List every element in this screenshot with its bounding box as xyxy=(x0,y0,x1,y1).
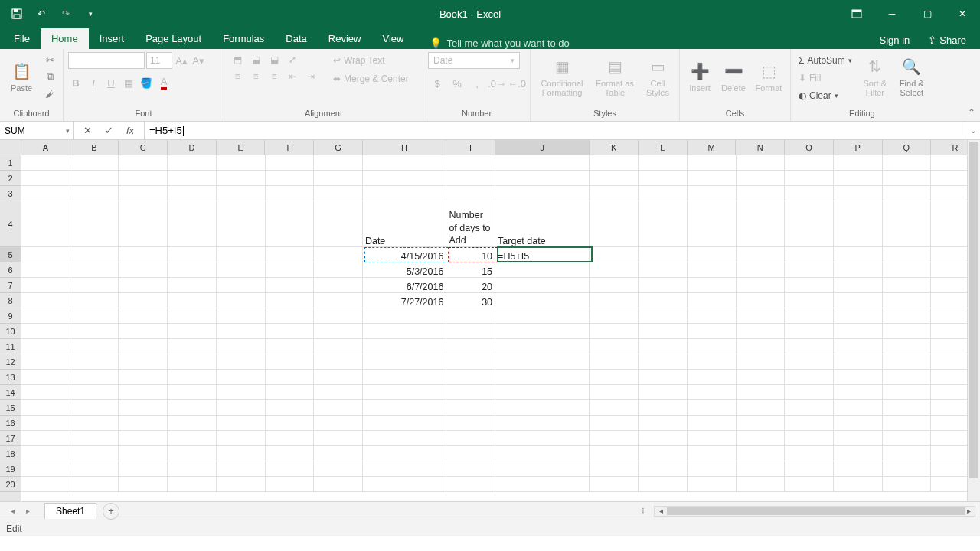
close-button[interactable]: ✕ xyxy=(945,0,980,28)
cell-J7[interactable] xyxy=(495,278,590,293)
col-header[interactable]: A xyxy=(21,140,70,155)
horizontal-scrollbar[interactable]: ◂ ▸ xyxy=(654,506,975,517)
increase-indent-button[interactable]: ⇥ xyxy=(302,69,319,84)
font-name-input[interactable] xyxy=(68,52,145,69)
col-header[interactable]: D xyxy=(168,140,217,155)
sheet-tab[interactable]: Sheet1 xyxy=(44,503,96,519)
cell-H7[interactable]: 6/7/2016 xyxy=(363,278,446,293)
maximize-button[interactable]: ▢ xyxy=(910,0,945,28)
row-header[interactable]: 8 xyxy=(0,293,21,308)
underline-button[interactable]: U xyxy=(103,75,119,90)
font-size-input[interactable] xyxy=(146,52,172,69)
row-header[interactable]: 6 xyxy=(0,262,21,278)
insert-function-button[interactable]: fx xyxy=(119,125,141,136)
cell-styles-button[interactable]: ▭Cell Styles xyxy=(641,52,675,103)
tab-data[interactable]: Data xyxy=(275,28,317,49)
copy-button[interactable]: ⧉ xyxy=(41,69,58,84)
tab-review[interactable]: Review xyxy=(318,28,372,49)
scrollbar-thumb[interactable] xyxy=(667,507,965,515)
vertical-scrollbar[interactable] xyxy=(967,140,980,501)
increase-decimal-button[interactable]: .0→ xyxy=(488,75,506,92)
format-as-table-button[interactable]: ▤Format as Table xyxy=(592,52,638,103)
scroll-left-button[interactable]: ◂ xyxy=(655,507,667,515)
tab-formulas[interactable]: Formulas xyxy=(212,28,275,49)
enter-formula-button[interactable]: ✓ xyxy=(98,125,119,136)
redo-button[interactable]: ↷ xyxy=(55,3,77,24)
paste-button[interactable]: 📋 Paste xyxy=(5,52,38,103)
col-header[interactable]: G xyxy=(314,140,363,155)
percent-button[interactable]: % xyxy=(448,75,466,92)
row-header[interactable]: 14 xyxy=(0,385,21,400)
col-header[interactable]: L xyxy=(639,140,688,155)
row-header[interactable]: 13 xyxy=(0,370,21,385)
fill-button[interactable]: ⬇Fill xyxy=(795,70,855,86)
row-header[interactable]: 16 xyxy=(0,416,21,431)
cells-container[interactable]: Date Number of days to Add Target date 4… xyxy=(21,155,980,492)
row-header[interactable]: 1 xyxy=(0,155,21,171)
tab-view[interactable]: View xyxy=(371,28,414,49)
cell-I6[interactable]: 15 xyxy=(446,262,495,278)
select-all-corner[interactable] xyxy=(0,140,21,155)
collapse-ribbon-button[interactable]: ⌃ xyxy=(968,107,975,118)
undo-button[interactable]: ↶ xyxy=(31,3,52,24)
format-painter-button[interactable]: 🖌 xyxy=(41,86,58,101)
tab-home[interactable]: Home xyxy=(41,28,89,49)
find-select-button[interactable]: 🔍Find & Select xyxy=(895,52,929,103)
comma-button[interactable]: , xyxy=(468,75,486,92)
row-header[interactable]: 9 xyxy=(0,308,21,324)
align-bottom-button[interactable]: ⬓ xyxy=(266,52,283,67)
align-top-button[interactable]: ⬒ xyxy=(229,52,246,67)
cell-J4[interactable]: Target date xyxy=(495,201,590,247)
cell-H5[interactable]: 4/15/2016 xyxy=(363,247,446,262)
sort-filter-button[interactable]: ⇅Sort & Filter xyxy=(858,52,892,103)
col-header[interactable]: F xyxy=(265,140,314,155)
name-box[interactable]: SUM ▾ xyxy=(0,122,74,139)
align-left-button[interactable]: ≡ xyxy=(229,69,246,84)
fill-color-button[interactable]: 🪣 xyxy=(139,75,154,90)
col-header[interactable]: J xyxy=(495,140,590,155)
row-header[interactable]: 15 xyxy=(0,400,21,416)
sheet-nav-prev[interactable]: ◂ xyxy=(5,507,20,515)
qat-customize[interactable]: ▾ xyxy=(80,3,101,24)
clear-button[interactable]: ◐Clear▾ xyxy=(795,87,855,104)
accounting-format-button[interactable]: $ xyxy=(428,75,446,92)
align-middle-button[interactable]: ⬓ xyxy=(247,52,264,67)
wrap-text-button[interactable]: ↩Wrap Text xyxy=(328,52,413,69)
row-header[interactable]: 19 xyxy=(0,461,21,477)
sign-in-button[interactable]: Sign in xyxy=(872,31,918,49)
col-header[interactable]: O xyxy=(785,140,834,155)
format-cells-button[interactable]: ⬚Format xyxy=(752,52,786,103)
insert-cells-button[interactable]: ➕Insert xyxy=(684,52,715,103)
share-button[interactable]: ⇪ Share xyxy=(920,31,974,49)
cancel-formula-button[interactable]: ✕ xyxy=(77,125,98,136)
merge-center-button[interactable]: ⬌Merge & Center xyxy=(328,70,413,87)
cell-J5[interactable]: =H5+I5 xyxy=(495,247,590,262)
sheet-nav-next[interactable]: ▸ xyxy=(20,507,35,515)
col-header[interactable]: I xyxy=(446,140,495,155)
add-sheet-button[interactable]: + xyxy=(103,503,119,520)
tab-file[interactable]: File xyxy=(3,28,41,49)
col-header[interactable]: Q xyxy=(883,140,932,155)
bold-button[interactable]: B xyxy=(68,75,83,90)
tell-me-search[interactable]: 💡 Tell me what you want to do xyxy=(414,37,871,49)
row-header[interactable]: 2 xyxy=(0,171,21,186)
col-header[interactable]: B xyxy=(70,140,119,155)
increase-font-button[interactable]: A▴ xyxy=(174,53,189,68)
cell-J6[interactable] xyxy=(495,262,590,278)
col-header[interactable]: C xyxy=(119,140,168,155)
col-header[interactable]: H xyxy=(363,140,446,155)
orientation-button[interactable]: ⤢ xyxy=(284,52,301,67)
decrease-indent-button[interactable]: ⇤ xyxy=(284,69,301,84)
scrollbar-thumb[interactable] xyxy=(969,142,978,478)
row-header[interactable]: 10 xyxy=(0,324,21,339)
expand-formula-bar-button[interactable]: ⌄ xyxy=(965,122,980,139)
number-format-select[interactable]: Date▾ xyxy=(428,52,520,69)
cell-H4[interactable]: Date xyxy=(363,201,446,247)
formula-bar-input[interactable]: =H5+I5 xyxy=(145,122,965,139)
border-button[interactable]: ▦ xyxy=(121,75,136,90)
align-center-button[interactable]: ≡ xyxy=(247,69,264,84)
row-header[interactable]: 4 xyxy=(0,201,21,247)
cell-I5[interactable]: 10 xyxy=(446,247,495,262)
ribbon-display-options[interactable] xyxy=(839,0,874,28)
cell-I7[interactable]: 20 xyxy=(446,278,495,293)
